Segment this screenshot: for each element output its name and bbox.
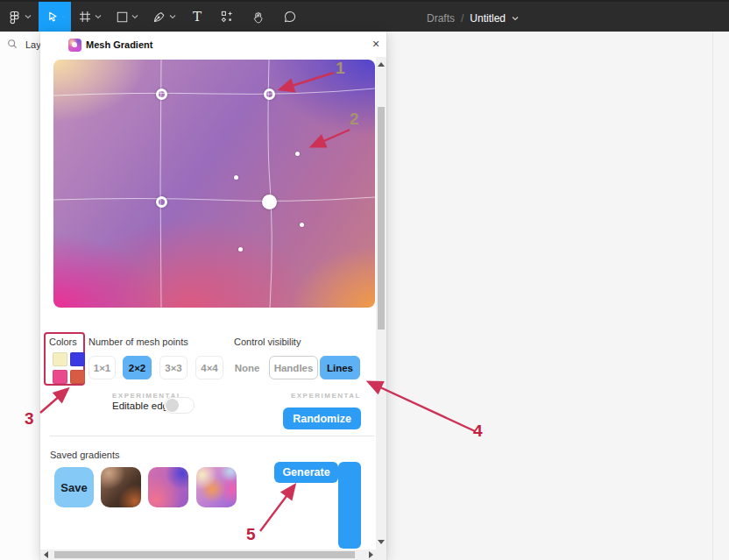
breadcrumb-separator: /	[461, 12, 464, 25]
visibility-label: Control visibility	[234, 337, 301, 347]
horizontal-scrollbar[interactable]	[40, 549, 386, 560]
breadcrumb: Drafts / Untitled	[427, 4, 519, 33]
canvas-edge-divider	[712, 32, 713, 560]
color-swatch-yellow[interactable]	[53, 352, 67, 366]
annotation-number-3: 3	[25, 410, 34, 427]
plugin-header: Mesh Gradient ×	[40, 32, 386, 58]
color-swatch-orange[interactable]	[70, 370, 85, 384]
vertical-scrollbar[interactable]	[376, 57, 386, 549]
pen-icon	[152, 10, 166, 24]
chevron-down-icon	[169, 14, 176, 19]
annotation-number-1: 1	[336, 60, 345, 76]
main-menu-button[interactable]	[0, 2, 39, 32]
visibility-option-none[interactable]: None	[230, 356, 265, 379]
mesh-control-dot[interactable]	[234, 175, 238, 180]
chevron-down-icon	[95, 14, 102, 19]
saved-gradient-thumbnail[interactable]	[101, 467, 141, 507]
move-tool-button[interactable]	[39, 2, 71, 32]
mesh-option-1x1[interactable]: 1×1	[88, 356, 116, 379]
vertical-scrollbar-thumb[interactable]	[378, 107, 385, 330]
mesh-control-dot[interactable]	[238, 247, 243, 252]
hand-icon	[251, 10, 265, 24]
mesh-point-selected[interactable]	[262, 195, 277, 209]
plugin-logo-icon	[68, 39, 81, 52]
color-swatch-pink[interactable]	[53, 370, 67, 384]
mesh-control-dot[interactable]	[300, 223, 304, 227]
scroll-right-icon[interactable]	[369, 551, 373, 558]
scroll-down-icon[interactable]	[378, 540, 385, 544]
hand-tool-button[interactable]	[243, 2, 274, 32]
generate-button[interactable]: Generate	[274, 462, 338, 483]
annotation-number-4: 4	[473, 422, 483, 439]
comment-tool-button[interactable]	[274, 2, 306, 32]
horizontal-scrollbar-thumb[interactable]	[54, 551, 355, 558]
frame-icon	[78, 10, 92, 24]
mesh-gradient-plugin-window: Mesh Gradient × Colors	[40, 32, 386, 560]
mesh-option-4x4[interactable]: 4×4	[195, 356, 223, 379]
visibility-option-lines[interactable]: Lines	[320, 356, 360, 379]
section-divider	[50, 436, 374, 436]
comment-icon	[283, 10, 297, 24]
scroll-up-icon[interactable]	[378, 62, 385, 67]
text-tool-button[interactable]: T	[183, 2, 211, 32]
mesh-point-handle[interactable]	[264, 89, 275, 100]
toggle-knob	[166, 399, 179, 412]
plugin-title: Mesh Gradient	[86, 39, 152, 50]
mesh-lines	[53, 60, 375, 308]
mesh-control-dot[interactable]	[295, 152, 300, 156]
annotation-number-5: 5	[246, 526, 256, 542]
close-icon[interactable]: ×	[368, 36, 384, 52]
randomize-button[interactable]: Randomize	[283, 408, 361, 429]
chevron-down-icon	[25, 14, 32, 19]
visibility-option-handles[interactable]: Handles	[269, 356, 318, 379]
resources-icon	[220, 10, 234, 24]
mesh-points-label: Number of mesh points	[88, 337, 188, 347]
editable-edges-toggle[interactable]	[164, 397, 195, 414]
figma-logo-icon	[7, 10, 22, 25]
blue-bar	[338, 462, 361, 549]
color-swatch-blue[interactable]	[70, 352, 85, 366]
chevron-down-icon	[62, 14, 64, 19]
mesh-option-2x2[interactable]: 2×2	[123, 356, 152, 379]
scroll-left-icon[interactable]	[44, 551, 48, 558]
rectangle-icon	[116, 11, 129, 24]
chevron-down-icon	[131, 14, 138, 19]
breadcrumb-project[interactable]: Drafts	[427, 12, 455, 25]
chevron-down-icon[interactable]	[512, 16, 519, 21]
mesh-option-3x3[interactable]: 3×3	[159, 356, 188, 379]
save-gradient-button[interactable]: Save	[54, 467, 94, 507]
top-toolbar: T	[0, 0, 729, 32]
saved-gradient-thumbnail[interactable]	[196, 467, 237, 507]
text-icon: T	[193, 11, 202, 24]
resources-button[interactable]	[211, 2, 243, 32]
shape-tool-button[interactable]	[109, 2, 145, 32]
gradient-preview[interactable]	[53, 60, 375, 308]
colors-label: Colors	[49, 337, 77, 347]
mesh-point-handle[interactable]	[156, 196, 167, 208]
saved-gradients-label: Saved gradients	[50, 450, 120, 460]
cursor-icon	[46, 10, 60, 24]
annotation-number-2: 2	[350, 110, 359, 127]
experimental-label: EXPERIMENTAL	[291, 392, 361, 400]
saved-gradient-thumbnail[interactable]	[148, 467, 188, 507]
figma-app-window: T	[0, 0, 729, 560]
frame-tool-button[interactable]	[71, 2, 109, 32]
breadcrumb-filename[interactable]: Untitled	[470, 12, 506, 25]
mesh-point-handle[interactable]	[156, 89, 167, 100]
pen-tool-button[interactable]	[145, 2, 183, 32]
layers-panel: Layers	[0, 32, 40, 560]
search-icon[interactable]	[7, 37, 18, 53]
